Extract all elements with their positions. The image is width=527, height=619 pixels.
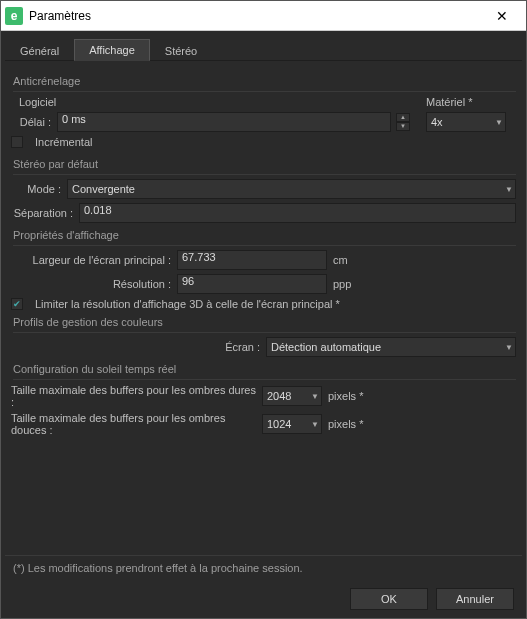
display-props-title: Propriétés d'affichage	[13, 229, 516, 246]
soft-shadow-unit: pixels *	[328, 418, 363, 430]
tab-general[interactable]: Général	[5, 40, 74, 61]
antialias-group-title: Anticrénelage	[13, 75, 516, 92]
delay-label: Délai :	[11, 116, 51, 128]
stereo-group-title: Stéréo par défaut	[13, 158, 516, 175]
client-area: Général Affichage Stéréo Anticrénelage L…	[1, 31, 526, 618]
delay-spinner[interactable]: ▲ ▼	[396, 113, 410, 131]
app-icon: e	[5, 7, 23, 25]
hard-shadow-label: Taille maximale des buffers pour les omb…	[11, 384, 256, 408]
spin-down-icon[interactable]: ▼	[396, 122, 410, 131]
separation-label: Séparation :	[11, 207, 73, 219]
soft-shadow-label: Taille maximale des buffers pour les omb…	[11, 412, 256, 436]
tab-display[interactable]: Affichage	[74, 39, 150, 61]
screen-select[interactable]: Détection automatique ▼	[266, 337, 516, 357]
hard-shadow-select[interactable]: 2048 ▼	[262, 386, 322, 406]
chevron-down-icon: ▼	[505, 343, 513, 352]
chevron-down-icon: ▼	[495, 118, 503, 127]
hardware-value: 4x	[431, 116, 443, 128]
sun-config-title: Configuration du soleil temps réel	[13, 363, 516, 380]
hardware-label: Matériel *	[426, 96, 516, 108]
screen-width-unit: cm	[333, 254, 363, 266]
screen-select-value: Détection automatique	[271, 341, 381, 353]
soft-shadow-value: 1024	[267, 418, 291, 430]
software-label: Logiciel	[19, 96, 410, 108]
spin-up-icon[interactable]: ▲	[396, 113, 410, 122]
screen-select-label: Écran :	[225, 341, 260, 353]
cancel-button[interactable]: Annuler	[436, 588, 514, 610]
color-profiles-title: Profils de gestion des couleurs	[13, 316, 516, 333]
tab-bar: Général Affichage Stéréo	[5, 37, 522, 61]
ok-button[interactable]: OK	[350, 588, 428, 610]
dialog-buttons: OK Annuler	[5, 580, 522, 618]
footer-note: (*) Les modifications prendront effet à …	[5, 555, 522, 580]
hard-shadow-unit: pixels *	[328, 390, 363, 402]
chevron-down-icon: ▼	[311, 392, 319, 401]
incremental-checkbox[interactable]	[11, 136, 23, 148]
hardware-select[interactable]: 4x ▼	[426, 112, 506, 132]
limit-resolution-checkbox[interactable]	[11, 298, 23, 310]
limit-resolution-label: Limiter la résolution d'affichage 3D à c…	[35, 298, 340, 310]
separation-input[interactable]: 0.018	[79, 203, 516, 223]
screen-width-input[interactable]: 67.733	[177, 250, 327, 270]
chevron-down-icon: ▼	[505, 185, 513, 194]
settings-window: e Paramètres ✕ Général Affichage Stéréo …	[0, 0, 527, 619]
close-button[interactable]: ✕	[482, 2, 522, 30]
incremental-label: Incrémental	[35, 136, 92, 148]
chevron-down-icon: ▼	[311, 420, 319, 429]
resolution-label: Résolution :	[11, 278, 171, 290]
window-title: Paramètres	[29, 9, 482, 23]
close-icon: ✕	[496, 8, 508, 24]
mode-value: Convergente	[72, 183, 135, 195]
titlebar: e Paramètres ✕	[1, 1, 526, 31]
delay-input[interactable]: 0 ms	[57, 112, 391, 132]
mode-select[interactable]: Convergente ▼	[67, 179, 516, 199]
resolution-input[interactable]: 96	[177, 274, 327, 294]
hard-shadow-value: 2048	[267, 390, 291, 402]
soft-shadow-select[interactable]: 1024 ▼	[262, 414, 322, 434]
display-panel: Anticrénelage Logiciel Délai : 0 ms ▲ ▼	[5, 61, 522, 555]
screen-width-label: Largeur de l'écran principal :	[11, 254, 171, 266]
mode-label: Mode :	[11, 183, 61, 195]
tab-stereo[interactable]: Stéréo	[150, 40, 212, 61]
resolution-unit: ppp	[333, 278, 363, 290]
